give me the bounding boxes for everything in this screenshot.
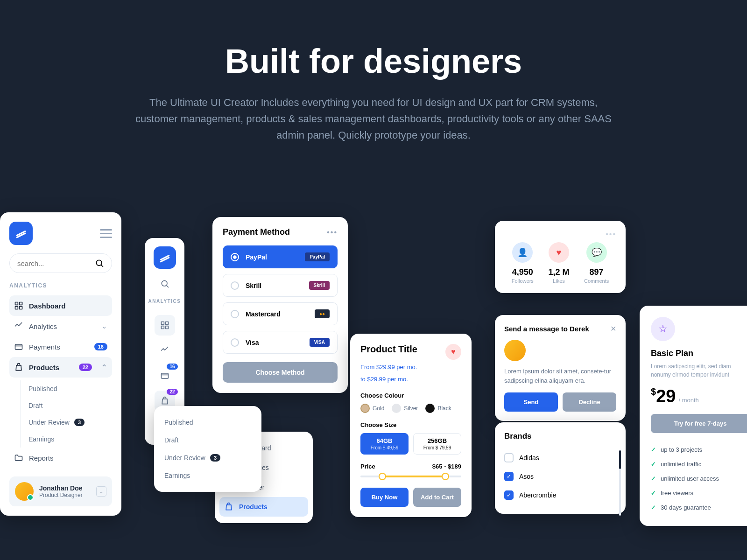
profile-name: Jonathan Doe bbox=[39, 484, 83, 492]
user-icon: 👤 bbox=[512, 242, 533, 263]
nav-payments[interactable]: 16 bbox=[155, 365, 175, 386]
message-title: Send a message to Derek bbox=[504, 325, 589, 333]
bag-icon bbox=[224, 502, 233, 511]
chevron-up-icon: ⌃ bbox=[101, 363, 107, 371]
svg-rect-11 bbox=[161, 373, 168, 378]
wallet-icon bbox=[14, 342, 23, 351]
check-icon: ✓ bbox=[651, 490, 656, 497]
submenu-popup: Published Draft Under Review3 Earnings bbox=[154, 406, 261, 492]
decline-button[interactable]: Decline bbox=[563, 392, 616, 412]
close-icon[interactable]: ✕ bbox=[610, 324, 616, 333]
nav-products[interactable]: Products 22 ⌃ bbox=[9, 357, 112, 378]
colour-black[interactable]: Black bbox=[425, 404, 451, 413]
profile-card[interactable]: Jonathan Doe Product Designer ⌄ bbox=[9, 476, 112, 506]
checkbox-icon: ✓ bbox=[504, 490, 514, 500]
stats-card: ••• 👤 4,950 Followers ♥ 1,2 M Likes 💬 89… bbox=[495, 221, 626, 293]
svg-rect-9 bbox=[161, 326, 164, 329]
folder-icon bbox=[14, 453, 23, 462]
menu-icon[interactable] bbox=[100, 229, 112, 238]
sub-draft[interactable]: Draft bbox=[28, 397, 112, 414]
buy-button[interactable]: Buy Now bbox=[360, 488, 409, 507]
payment-option-paypal[interactable]: PayPal PayPal bbox=[223, 245, 338, 268]
radio-icon bbox=[231, 310, 239, 318]
nav-reports[interactable]: Reports bbox=[9, 448, 112, 468]
more-icon[interactable]: ••• bbox=[327, 228, 338, 237]
price-label: Price bbox=[360, 463, 375, 470]
sub-under-review[interactable]: Under Review3 bbox=[162, 449, 254, 467]
svg-rect-8 bbox=[165, 322, 168, 325]
star-icon: ☆ bbox=[651, 317, 675, 341]
stat-followers: 👤 4,950 Followers bbox=[512, 242, 534, 284]
check-icon: ✓ bbox=[651, 475, 656, 482]
size-64gb[interactable]: 64GBFrom $ 49,59 bbox=[360, 433, 409, 455]
sub-draft[interactable]: Draft bbox=[162, 431, 254, 449]
chevron-down-icon: ⌄ bbox=[101, 322, 107, 330]
size-256gb[interactable]: 256GBFrom $ 79,59 bbox=[413, 433, 461, 455]
colour-gold[interactable]: Gold bbox=[360, 404, 384, 413]
stat-likes: ♥ 1,2 M Likes bbox=[548, 242, 569, 284]
comment-icon: 💬 bbox=[586, 242, 607, 263]
payment-method-card: Payment Method ••• PayPal PayPal Skrill … bbox=[212, 217, 348, 393]
sub-earnings[interactable]: Earnings bbox=[162, 467, 254, 484]
colour-silver[interactable]: Silver bbox=[392, 404, 418, 413]
price-slider[interactable] bbox=[360, 476, 461, 477]
send-button[interactable]: Send bbox=[504, 392, 558, 412]
brand-adidas[interactable]: Adidas bbox=[504, 448, 616, 467]
more-icon[interactable]: ••• bbox=[504, 230, 616, 238]
logo-icon bbox=[154, 246, 176, 269]
feature-item: ✓unlimited user access bbox=[651, 471, 747, 486]
payment-title: Payment Method bbox=[223, 227, 290, 237]
hero-title: Built for designers bbox=[0, 42, 747, 80]
heart-icon: ♥ bbox=[549, 242, 569, 263]
product-price-to: to $29.99 per mo. bbox=[360, 375, 461, 384]
payments-badge: 16 bbox=[94, 343, 107, 350]
svg-rect-2 bbox=[20, 302, 22, 305]
search-input[interactable] bbox=[9, 253, 112, 273]
hero-subtitle: The Ultimate UI Creator Includes everyth… bbox=[128, 94, 619, 144]
payment-option-mastercard[interactable]: Mastercard ●● bbox=[223, 302, 338, 325]
radio-icon bbox=[231, 338, 239, 347]
message-card: Send a message to Derek ✕ Lorem ipsum do… bbox=[495, 315, 626, 421]
chevron-down-icon[interactable]: ⌄ bbox=[96, 486, 106, 497]
stat-comments: 💬 897 Comments bbox=[584, 242, 609, 284]
plan-name: Basic Plan bbox=[651, 349, 747, 358]
scrollbar[interactable] bbox=[619, 450, 621, 516]
nav-payments[interactable]: Payments 16 bbox=[9, 336, 112, 357]
avatar bbox=[504, 340, 526, 361]
brand-asos[interactable]: ✓Asos bbox=[504, 467, 616, 486]
search-button[interactable] bbox=[155, 273, 175, 294]
nav-products[interactable]: Products bbox=[219, 497, 308, 517]
nav-analytics[interactable]: Analytics ⌄ bbox=[9, 316, 112, 336]
sub-earnings[interactable]: Earnings bbox=[28, 431, 112, 448]
svg-rect-1 bbox=[15, 302, 18, 305]
bag-icon bbox=[14, 363, 23, 372]
payment-option-skrill[interactable]: Skrill Skrill bbox=[223, 274, 338, 297]
svg-rect-5 bbox=[15, 344, 22, 350]
product-card: Product Title ♥ From $29.99 per mo. to $… bbox=[350, 334, 472, 517]
payment-option-visa[interactable]: Visa VISA bbox=[223, 331, 338, 354]
nav-analytics[interactable] bbox=[155, 340, 175, 361]
trial-button[interactable]: Try for free 7-days bbox=[651, 414, 747, 433]
message-text: Lorem ipsum dolor sit amet, consete-tur … bbox=[504, 367, 616, 385]
checkbox-icon: ✓ bbox=[504, 472, 514, 481]
svg-rect-3 bbox=[15, 307, 18, 309]
checkbox-icon bbox=[504, 453, 514, 462]
sub-under-review[interactable]: Under Review3 bbox=[28, 414, 112, 431]
products-badge: 22 bbox=[79, 364, 92, 371]
sub-published[interactable]: Published bbox=[162, 413, 254, 431]
plan-price: $29 / month bbox=[651, 386, 747, 406]
brands-card: Brands Adidas ✓Asos ✓Abercrombie bbox=[495, 422, 626, 514]
add-to-cart-button[interactable]: Add to Cart bbox=[413, 488, 461, 507]
sub-published[interactable]: Published bbox=[28, 380, 112, 397]
brand-abercrombie[interactable]: ✓Abercrombie bbox=[504, 486, 616, 504]
logo-icon bbox=[9, 222, 33, 245]
product-title: Product Title bbox=[360, 344, 417, 355]
choose-method-button[interactable]: Choose Method bbox=[223, 362, 338, 383]
colour-label: Choose Colour bbox=[360, 392, 461, 399]
nav-dashboard[interactable] bbox=[155, 315, 175, 336]
product-price-from: From $29.99 per mo. bbox=[360, 363, 461, 372]
nav-dashboard[interactable]: Dashboard bbox=[9, 295, 112, 316]
svg-rect-7 bbox=[161, 322, 164, 325]
heart-icon[interactable]: ♥ bbox=[445, 344, 461, 360]
products-submenu: Published Draft Under Review3 Earnings bbox=[21, 380, 112, 448]
